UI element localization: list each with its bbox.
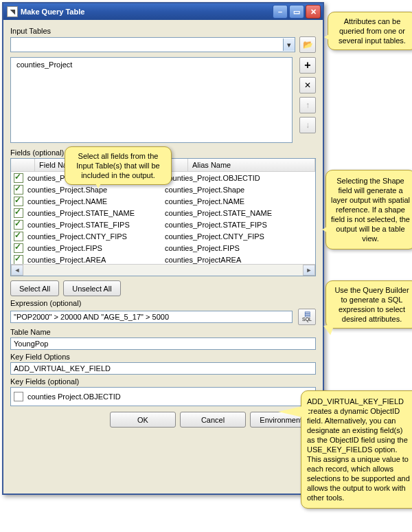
sql-icon: ▤: [304, 311, 310, 317]
field-checkbox[interactable]: [14, 197, 23, 206]
close-button[interactable]: ✕: [306, 5, 321, 19]
field-checkbox[interactable]: [14, 232, 23, 241]
expression-label: Expression (optional): [10, 299, 316, 307]
field-checkbox[interactable]: [14, 243, 23, 253]
alias-name-cell: counties_Project.Shape: [163, 186, 315, 194]
input-tables-label: Input Tables: [10, 27, 316, 35]
alias-name-cell: counties_Project.CNTY_FIPS: [163, 232, 315, 241]
arrow-down-icon: ↓: [306, 120, 310, 130]
field-name-cell: counties_Project.NAME: [26, 197, 163, 206]
table-row[interactable]: counties_Project.Shapecounties_Project.S…: [11, 184, 315, 195]
alias-name-cell: counties_Project.NAME: [163, 197, 315, 206]
chevron-down-icon: ▾: [283, 38, 295, 51]
alias-name-header[interactable]: Alias Name: [188, 159, 315, 171]
key-field-item: counties Project.OBJECTID: [27, 392, 121, 401]
field-checkbox[interactable]: [14, 185, 23, 195]
table-row[interactable]: counties_Project.NAMEcounties_Project.NA…: [11, 195, 315, 207]
x-icon: ✕: [304, 80, 311, 90]
move-up-button[interactable]: ↑: [299, 97, 316, 113]
callout-select-fields: Select all fields from the Input Table(s…: [65, 146, 172, 185]
browse-folder-button[interactable]: 📂: [299, 36, 316, 53]
table-row[interactable]: counties_Project.FIPScounties_Project.FI…: [11, 242, 315, 254]
window-title: Make Query Table: [21, 8, 84, 16]
table-name-label: Table Name: [10, 328, 316, 336]
callout-input-tables: Attributes can be queried from one or se…: [328, 12, 412, 50]
add-item-button[interactable]: +: [299, 57, 316, 74]
field-name-cell: counties_Project.STATE_FIPS: [26, 221, 163, 229]
field-name-cell: counties_Project.AREA: [26, 256, 163, 264]
cancel-button[interactable]: Cancel: [180, 412, 246, 428]
scroll-left-icon[interactable]: ◄: [11, 265, 23, 276]
minimize-button[interactable]: –: [273, 5, 288, 19]
titlebar[interactable]: ◥ Make Query Table – ▭ ✕: [3, 3, 323, 20]
alias-name-cell: counties_Project.STATE_FIPS: [163, 221, 315, 229]
table-row[interactable]: counties_Project.CNTY_FIPScounties_Proje…: [11, 230, 315, 242]
table-row[interactable]: counties_Project.STATE_NAMEcounties_Proj…: [11, 207, 315, 219]
remove-item-button[interactable]: ✕: [299, 77, 316, 93]
maximize-button[interactable]: ▭: [289, 5, 304, 19]
key-field-checkbox[interactable]: [14, 392, 23, 401]
horizontal-scrollbar[interactable]: ◄ ►: [11, 264, 315, 276]
sql-builder-button[interactable]: ▤ SQL: [298, 309, 316, 325]
alias-name-cell: counties_Project.OBJECTID: [163, 174, 315, 182]
field-name-cell: counties_Project.STATE_NAME: [26, 209, 163, 217]
field-checkbox[interactable]: [14, 208, 23, 218]
list-item[interactable]: counties_Project: [16, 60, 286, 69]
key-field-options-label: Key Field Options: [10, 353, 316, 361]
make-query-table-window: ◥ Make Query Table – ▭ ✕ Input Tables ▾ …: [2, 2, 324, 495]
folder-open-icon: 📂: [303, 40, 313, 49]
key-fields-label: Key Fields (optional): [10, 377, 316, 386]
field-name-cell: counties_Project.CNTY_FIPS: [26, 232, 163, 241]
sql-label: SQL: [302, 317, 312, 322]
field-name-cell: counties_Project.FIPS: [26, 244, 163, 252]
callout-shape-field: Selecting the Shape field will generate …: [325, 170, 412, 250]
field-checkbox[interactable]: [14, 220, 23, 230]
key-field-options-input[interactable]: ADD_VIRTUAL_KEY_FIELD: [10, 362, 316, 375]
key-fields-list[interactable]: counties Project.OBJECTID: [10, 387, 316, 406]
alias-name-cell: counties_Project.STATE_NAME: [163, 209, 315, 217]
select-all-button[interactable]: Select All: [10, 280, 59, 296]
move-down-button[interactable]: ↓: [299, 117, 316, 133]
field-checkbox[interactable]: [14, 173, 23, 183]
callout-query-builder: Use the Query Builder to generate a SQL …: [325, 280, 412, 329]
alias-name-cell: counties_ProjectAREA: [163, 256, 315, 264]
table-row[interactable]: counties_Project.STATE_FIPScounties_Proj…: [11, 219, 315, 230]
input-tables-list[interactable]: counties_Project: [10, 57, 293, 143]
callout-key-field: ADD_VIRTUAL_KEY_FIELD creates a dynamic …: [301, 390, 412, 509]
alias-name-cell: counties_Project.FIPS: [163, 244, 315, 252]
unselect-all-button[interactable]: Unselect All: [63, 280, 120, 296]
ok-button[interactable]: OK: [110, 412, 176, 428]
arrow-up-icon: ↑: [306, 100, 310, 110]
field-checkbox[interactable]: [14, 255, 23, 265]
tool-icon: ◥: [7, 6, 18, 17]
expression-input[interactable]: "POP2000" > 20000 AND "AGE_5_17" > 5000: [10, 311, 293, 323]
input-tables-dropdown[interactable]: ▾: [10, 37, 295, 52]
scroll-right-icon[interactable]: ►: [303, 265, 315, 276]
table-name-input[interactable]: YoungPop: [10, 337, 316, 350]
table-row[interactable]: counties_Project.AREAcounties_ProjectARE…: [11, 254, 315, 264]
plus-icon: +: [304, 59, 310, 71]
